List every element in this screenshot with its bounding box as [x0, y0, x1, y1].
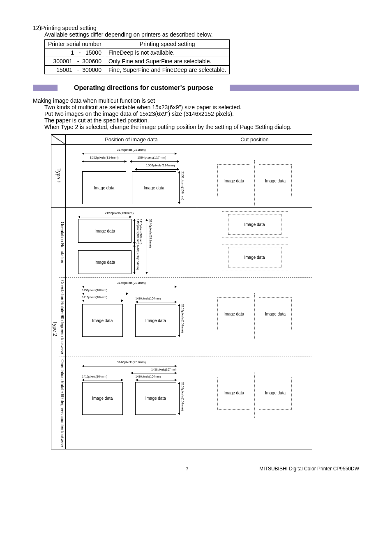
image-data-box: Image data [82, 304, 123, 337]
intro-line: Making image data when multicut function… [33, 97, 359, 104]
cut-image-box: Image data [228, 214, 281, 235]
type2-norot-cut-cell: Image data Image data [197, 208, 312, 278]
section-title: Printing speed setting [41, 25, 97, 31]
table-row: 300001 - 300600 Only Fine and SuperFine … [45, 57, 230, 66]
dim-label: 2152pixels(158mm) [78, 211, 160, 215]
image-data-box: Image data [78, 219, 131, 243]
dim-label: 3146pixels(231mm) [149, 219, 152, 274]
type2-ccw-label: Orientation Rotate 90 degrees counterclo… [59, 357, 66, 449]
dim-label: 1416pixels(104mm) [136, 244, 139, 274]
dim-label: 1416pixels(104mm) [82, 375, 123, 378]
body-line: The paper is cut at the specified positi… [44, 117, 359, 124]
serial-range: 15001 - 300000 [45, 66, 105, 74]
type1-label: Type 1 [51, 145, 66, 208]
printing-speed-table: Printer serial number Printing speed set… [44, 39, 230, 74]
cut-image-box: Image data [228, 247, 281, 267]
type1-cut-cell: Image data Image data [197, 145, 312, 208]
image-data-box: Image data [82, 171, 127, 204]
bar-decoration-left [33, 85, 58, 91]
speed-setting: Fine, SuperFine and FineDeep are selecta… [105, 66, 229, 74]
dim-label: 2152pixels(158mm) [181, 382, 184, 415]
dim-label: 1552pixels(114mm) [82, 156, 127, 159]
serial-range: 1 - 15000 [45, 48, 105, 57]
type2-label: Type 2 [51, 208, 59, 449]
cut-image-box: Image data [217, 297, 250, 330]
image-data-box: Image data [78, 250, 131, 274]
table-row: 1 - 15000 FineDeep is not available. [45, 48, 230, 57]
dim-label: 2152pixels(158mm) [181, 304, 184, 337]
col-header-position: Position of image data [66, 135, 197, 145]
dim-label: 1458pixels(107mm) [131, 368, 177, 371]
section-number: 12) [33, 25, 41, 31]
type2-ccw-cut-cell: Image data Image data [197, 357, 312, 449]
type2-norot-label: Orientation No rotation [59, 208, 66, 278]
dim-label: 3146pixels(231mm) [78, 148, 185, 152]
dim-label: 1416pixels(104mm) [82, 296, 128, 299]
serial-range: 300001 - 300600 [45, 57, 105, 66]
body-line: When Type 2 is selected, change the imag… [44, 124, 359, 130]
table-row: 15001 - 300000 Fine, SuperFine and FineD… [45, 66, 230, 74]
dim-label: 1416pixels(104mm) [136, 297, 177, 300]
table-header-setting: Printing speed setting [105, 40, 229, 48]
section-subtitle: Available settings differ depending on p… [44, 31, 359, 38]
cut-image-box: Image data [259, 377, 292, 410]
page-number: 7 [115, 466, 259, 471]
type2-norot-position-cell: 2152pixels(158mm) Image data Image data … [66, 208, 197, 278]
cut-image-box: Image data [259, 164, 292, 197]
dim-label: 1552pixels(114mm) [130, 164, 175, 167]
image-data-box: Image data [135, 382, 176, 415]
col-header-cut: Cut position [197, 135, 312, 145]
dim-label: 1416pixels(104mm) [139, 219, 142, 244]
page-footer: 7 MITSUBISHI Digital Color Printer CP955… [33, 466, 359, 472]
dim-label: 2152pixels(158mm) [181, 171, 184, 204]
dim-label: 1416pixels(104mm) [136, 375, 177, 378]
body-line: Two kinds of multicut are selectable whe… [44, 104, 359, 111]
type2-cw-position-cell: 3146pixels(231mm) 1458pixels(107mm) 1416… [66, 278, 197, 357]
image-data-box: Image data [132, 171, 176, 204]
bar-heading-text: Operating directions for customer's purp… [74, 84, 213, 92]
type2-ccw-position-cell: 3146pixels(231mm) 1458pixels(107mm) 1416… [66, 357, 197, 449]
dim-label: 1594pixels(117mm) [130, 156, 174, 159]
table-header-serial: Printer serial number [45, 40, 105, 48]
dim-label: 3146pixels(231mm) [78, 281, 185, 285]
footer-model: MITSUBISHI Digital Color Printer CP9550D… [259, 466, 359, 472]
type2-cw-label: Orientation Rotate 90 degrees clockwise [59, 278, 66, 357]
type2-cw-cut-cell: Image data Image data [197, 278, 312, 357]
dim-label: 1458pixels(107mm) [136, 219, 139, 244]
body-line: Put two images on the image data of 15x2… [44, 111, 359, 117]
image-data-box: Image data [82, 382, 123, 415]
section-heading-bar: Operating directions for customer's purp… [33, 84, 359, 92]
type1-position-cell: 3146pixels(231mm) 1552pixels(114mm) 1594… [66, 145, 197, 208]
image-data-box: Image data [135, 304, 176, 337]
section-heading: 12)Printing speed setting [33, 25, 359, 31]
bar-decoration-right [230, 85, 359, 91]
corner-cell [51, 135, 66, 145]
dim-label: 3146pixels(231mm) [78, 360, 185, 364]
cut-image-box: Image data [259, 297, 292, 330]
body-text: Making image data when multicut function… [33, 97, 359, 130]
dim-label: 1458pixels(107mm) [82, 289, 128, 292]
speed-setting: FineDeep is not available. [105, 48, 229, 57]
speed-setting: Only Fine and SuperFine are selectable. [105, 57, 229, 66]
cut-image-box: Image data [217, 164, 250, 197]
multicut-diagram-table: Position of image data Cut position Type… [51, 134, 312, 449]
cut-image-box: Image data [217, 377, 250, 410]
